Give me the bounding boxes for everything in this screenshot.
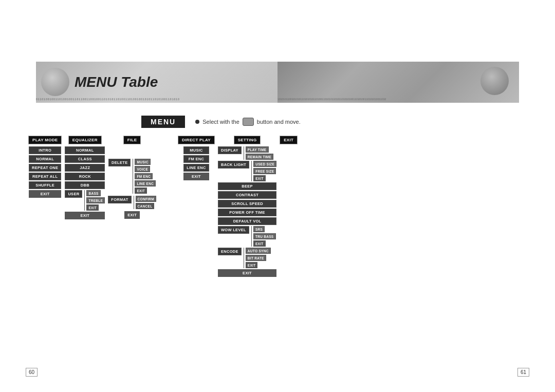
- header-banner: MENU Table 01101001001101001001101100110…: [36, 62, 519, 103]
- setting-wow: WOW LEVEL: [218, 226, 249, 234]
- dp-items: MUSIC FM ENC LINE ENC EXIT: [183, 146, 209, 180]
- equalizer-header: EQUALIZER: [68, 136, 102, 144]
- exit-main-header: EXIT: [280, 136, 298, 144]
- file-delete-row: DELETE MUSIC VOICE FM ENC LINE ENC EXIT: [108, 159, 156, 194]
- eq-rock: ROCK: [65, 173, 105, 180]
- file-voice: VOICE: [135, 166, 150, 172]
- setting-encode-sub: AUTO SYNC BIT RATE EXIT: [244, 248, 271, 268]
- pm-normal: NORMAL: [29, 155, 61, 163]
- eq-bass: BASS: [86, 190, 100, 196]
- menu-label: MENU: [141, 116, 185, 128]
- s-auto-sync: AUTO SYNC: [246, 248, 271, 254]
- eq-items: NORMAL CLASS JAZZ ROCK DBB USER BASS TRE…: [65, 146, 105, 219]
- s-remain-time: REMAIN TIME: [246, 154, 273, 160]
- eq-exit: EXIT: [65, 212, 105, 219]
- file-music: MUSIC: [135, 159, 150, 165]
- dp-fm-enc: FM ENC: [183, 155, 209, 163]
- file-format: FORMAT: [108, 196, 131, 203]
- setting-encode: ENCODE: [218, 248, 242, 255]
- eq-user-sub: BASS TREBLE EXIT: [84, 190, 105, 211]
- eq-dbb: DBB: [65, 181, 105, 189]
- eq-user: USER: [65, 190, 82, 198]
- header-right: 1010101100101010110101010110100110101011…: [278, 62, 519, 103]
- file-delete: DELETE: [108, 159, 131, 166]
- setting-header: SETTING: [234, 136, 261, 144]
- s-srs: SRS: [253, 226, 265, 232]
- setting-encode-row: ENCODE AUTO SYNC BIT RATE EXIT: [218, 248, 276, 268]
- s-wow-exit: EXIT: [253, 240, 266, 247]
- binary-right: 1010101100101010110101010110100110101011…: [278, 98, 519, 101]
- page-title: MENU Table: [75, 74, 158, 90]
- play-mode-items: INTRO NORMAL REPEAT ONE REPEAT ALL SHUFF…: [29, 146, 61, 198]
- setting-backlight: BACK LIGHT: [218, 161, 249, 169]
- file-exit: EXIT: [124, 211, 140, 219]
- s-bl-exit: EXIT: [253, 175, 266, 181]
- setting-display-sub: PLAY TIME REMAIN TIME: [244, 146, 273, 160]
- setting-wow-sub: SRS TRU BASS EXIT: [251, 226, 276, 247]
- pm-exit: EXIT: [29, 190, 61, 198]
- setting-wow-row: WOW LEVEL SRS TRU BASS EXIT: [218, 226, 276, 247]
- dp-line-enc: LINE ENC: [183, 164, 209, 172]
- hint-suffix: button and move.: [257, 119, 301, 125]
- setting-exit: EXIT: [218, 269, 276, 277]
- jog-button-icon: [243, 118, 254, 126]
- setting-items: DISPLAY PLAY TIME REMAIN TIME BACK LIGHT…: [218, 146, 276, 277]
- header-left: MENU Table 01101001001101001001101100110…: [36, 62, 278, 103]
- pm-repeat-all: REPEAT ALL: [29, 173, 61, 180]
- file-fm-enc: FM ENC: [135, 173, 153, 179]
- section-exit-main: EXIT: [280, 136, 298, 144]
- section-direct-play: DIRECT PLAY MUSIC FM ENC LINE ENC EXIT: [178, 136, 215, 180]
- s-free-size: FREE SIZE: [253, 168, 276, 174]
- hint-text: Select with the: [202, 119, 239, 125]
- hint-dot: [195, 120, 199, 124]
- file-format-sub: CONFIRM CANCEL: [134, 196, 156, 209]
- diagram-area: MENU Select with the button and move. PL…: [28, 116, 527, 277]
- binary-decoration: 0110100100110100100110110011001001101010…: [36, 98, 278, 101]
- file-format-row: FORMAT CONFIRM CANCEL: [108, 196, 156, 209]
- eq-class: CLASS: [65, 155, 105, 163]
- eq-jazz: JAZZ: [65, 164, 105, 172]
- s-used-size: USED SIZE: [253, 161, 276, 167]
- section-equalizer: EQUALIZER NORMAL CLASS JAZZ ROCK DBB USE…: [65, 136, 105, 219]
- file-confirm: CONFIRM: [136, 196, 156, 202]
- s-enc-exit: EXIT: [246, 262, 258, 268]
- file-delete-exit: EXIT: [135, 188, 147, 194]
- file-cancel: CANCEL: [136, 203, 155, 209]
- setting-display-row: DISPLAY PLAY TIME REMAIN TIME: [218, 146, 276, 160]
- file-delete-sub: MUSIC VOICE FM ENC LINE ENC EXIT: [133, 159, 156, 194]
- file-line-enc: LINE ENC: [135, 180, 156, 186]
- menu-diagram: PLAY MODE INTRO NORMAL REPEAT ONE REPEAT…: [28, 136, 527, 277]
- page-number-left: 60: [26, 368, 38, 377]
- eq-treble: TREBLE: [86, 197, 105, 203]
- eq-normal: NORMAL: [65, 146, 105, 154]
- pm-shuffle: SHUFFLE: [29, 181, 61, 189]
- eq-user-exit: EXIT: [86, 204, 99, 211]
- pm-repeat-one: REPEAT ONE: [29, 164, 61, 172]
- section-play-mode: PLAY MODE INTRO NORMAL REPEAT ONE REPEAT…: [28, 136, 62, 198]
- setting-default-vol: DEFAULT VOL: [218, 217, 276, 225]
- setting-contrast: CONTRAST: [218, 191, 276, 199]
- section-file: FILE DELETE MUSIC VOICE FM ENC LINE ENC …: [108, 136, 156, 219]
- direct-play-header: DIRECT PLAY: [178, 136, 215, 144]
- setting-power-off: POWER OFF TIME: [218, 209, 276, 216]
- pm-intro: INTRO: [29, 146, 61, 154]
- setting-beep: BEEP: [218, 182, 276, 190]
- header-circle-decoration: [41, 68, 69, 96]
- play-mode-header: PLAY MODE: [28, 136, 62, 144]
- menu-label-row: MENU Select with the button and move.: [28, 116, 527, 128]
- s-play-time: PLAY TIME: [246, 146, 269, 153]
- s-tru-bass: TRU BASS: [253, 233, 276, 239]
- setting-scroll-speed: SCROLL SPEED: [218, 200, 276, 208]
- menu-hint: Select with the button and move.: [195, 118, 301, 126]
- setting-backlight-sub: USED SIZE FREE SIZE EXIT: [251, 161, 276, 181]
- s-bit-rate: BIT RATE: [246, 255, 266, 261]
- header-circle-right: [480, 67, 509, 95]
- dp-music: MUSIC: [183, 146, 209, 154]
- file-header: FILE: [123, 136, 141, 144]
- dp-exit: EXIT: [183, 173, 209, 180]
- eq-user-row: USER BASS TREBLE EXIT: [65, 190, 105, 211]
- setting-backlight-row: BACK LIGHT USED SIZE FREE SIZE EXIT: [218, 161, 276, 181]
- section-setting: SETTING DISPLAY PLAY TIME REMAIN TIME BA…: [218, 136, 276, 277]
- setting-display: DISPLAY: [218, 146, 242, 154]
- page-number-right: 61: [517, 368, 529, 377]
